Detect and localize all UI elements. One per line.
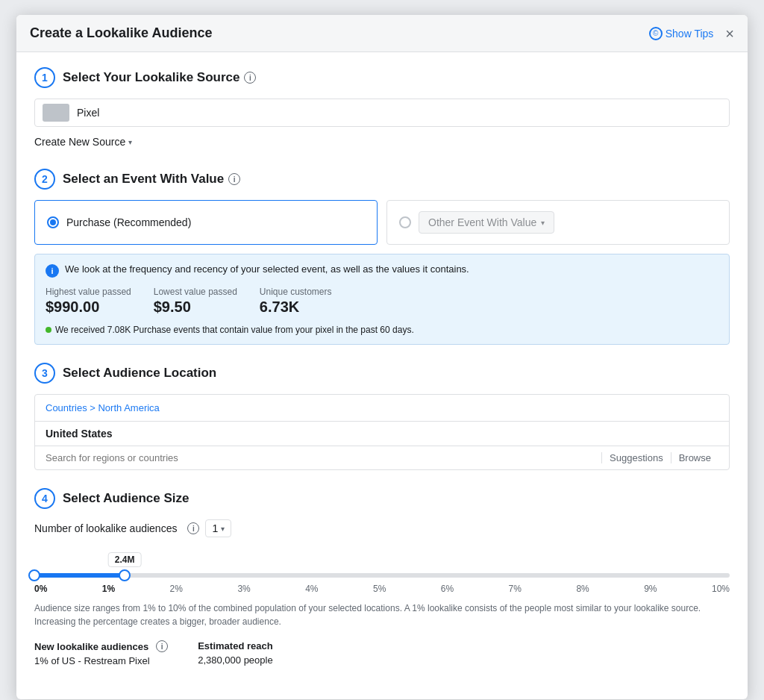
other-event-radio	[399, 216, 411, 228]
slider-label-1: 1%	[102, 584, 115, 594]
section-2-header: 2 Select an Event With Value i	[34, 169, 730, 190]
section-2: 2 Select an Event With Value i Purchase …	[34, 169, 730, 345]
unique-customers-value: 6.73K	[260, 299, 332, 316]
section-1: 1 Select Your Lookalike Source i Pixel C…	[34, 67, 730, 151]
other-event-select[interactable]: Other Event With Value ▾	[419, 211, 554, 234]
purchase-note-text: We received 7.08K Purchase events that c…	[55, 325, 414, 335]
modal-title: Create a Lookalike Audience	[30, 25, 212, 41]
slider-label-2: 2%	[170, 584, 183, 594]
section-2-info-icon[interactable]: i	[228, 173, 240, 185]
other-event-card[interactable]: Other Event With Value ▾	[386, 200, 730, 245]
purchase-note: We received 7.08K Purchase events that c…	[46, 325, 718, 335]
slider-thumb-right[interactable]	[119, 569, 131, 581]
highest-value: $990.00	[46, 299, 131, 316]
slider-label-8: 8%	[576, 584, 589, 594]
num-audiences-info-icon[interactable]: i	[187, 522, 199, 534]
slider-bubble: 2.4M	[108, 552, 142, 567]
modal-body: 1 Select Your Lookalike Source i Pixel C…	[16, 52, 748, 699]
suggestions-button[interactable]: Suggestions	[601, 452, 671, 463]
slider-fill	[34, 573, 125, 578]
info-box-text: We look at the frequency and recency of …	[65, 263, 469, 275]
location-selected: United States	[35, 422, 729, 446]
location-breadcrumb: Countries > North America	[35, 395, 729, 422]
location-search-input[interactable]	[46, 452, 601, 463]
pixel-thumbnail	[43, 104, 69, 122]
info-circle-icon: i	[46, 264, 59, 278]
slider-labels: 0% 1% 2% 3% 4% 5% 6% 7% 8% 9% 10%	[34, 584, 730, 594]
info-box-header: i We look at the frequency and recency o…	[46, 263, 718, 278]
breadcrumb-countries[interactable]: Countries	[46, 402, 87, 413]
slider-track	[34, 573, 730, 578]
num-audiences-label: Number of lookalike audiences	[34, 522, 177, 534]
modal-header: Create a Lookalike Audience © Show Tips …	[16, 15, 748, 52]
new-lookalike-label: New lookalike audiences i	[34, 640, 168, 652]
num-audiences-caret-icon: ▾	[221, 525, 225, 533]
num-audiences-select[interactable]: 1 ▾	[205, 519, 231, 537]
location-actions: Suggestions Browse	[601, 452, 718, 463]
slider-label-9: 9%	[644, 584, 657, 594]
slider-label-5: 5%	[373, 584, 386, 594]
num-audiences-row: Number of lookalike audiences i 1 ▾	[34, 519, 730, 537]
show-tips-button[interactable]: © Show Tips	[649, 27, 714, 40]
location-box: Countries > North America United States …	[34, 394, 730, 470]
breadcrumb-north-america[interactable]: North America	[98, 402, 159, 413]
lowest-value-stat: Lowest value passed $9.50	[154, 287, 237, 316]
estimated-reach-label: Estimated reach	[198, 640, 272, 651]
browse-button[interactable]: Browse	[671, 452, 718, 463]
section-3: 3 Select Audience Location Countries > N…	[34, 363, 730, 470]
new-lookalike-info-icon[interactable]: i	[156, 640, 168, 652]
purchase-event-card[interactable]: Purchase (Recommended)	[34, 200, 378, 245]
section-4: 4 Select Audience Size Number of lookali…	[34, 488, 730, 666]
step-4-circle: 4	[34, 488, 55, 509]
other-event-label: Other Event With Value	[428, 216, 536, 228]
other-event-caret-icon: ▾	[541, 219, 545, 227]
section-4-title: Select Audience Size	[63, 491, 189, 506]
close-button[interactable]: ×	[725, 26, 734, 41]
create-new-source-arrow-icon: ▾	[128, 138, 132, 146]
show-tips-label: Show Tips	[666, 28, 714, 40]
green-dot-icon	[46, 327, 51, 333]
audience-size-slider-container: 2.4M 0% 1% 2% 3% 4% 5% 6% 7% 8% 9%	[34, 552, 730, 594]
slider-label-4: 4%	[305, 584, 318, 594]
slider-label-0: 0%	[34, 584, 47, 594]
slider-thumb-left[interactable]	[28, 569, 40, 581]
event-info-box: i We look at the frequency and recency o…	[34, 254, 730, 345]
purchase-event-label: Purchase (Recommended)	[66, 216, 191, 228]
tips-circle-icon: ©	[649, 27, 663, 40]
section-2-title: Select an Event With Value	[63, 172, 224, 187]
slider-label-3: 3%	[237, 584, 250, 594]
section-1-info-icon[interactable]: i	[244, 72, 256, 84]
new-lookalike-col: New lookalike audiences i 1% of US - Res…	[34, 640, 168, 666]
create-new-source-button[interactable]: Create New Source ▾	[34, 133, 730, 151]
slider-label-10: 10%	[712, 584, 730, 594]
stats-row: Highest value passed $990.00 Lowest valu…	[46, 287, 718, 316]
unique-customers-stat: Unique customers 6.73K	[260, 287, 332, 316]
source-input-row[interactable]: Pixel	[34, 99, 730, 127]
create-new-source-label: Create New Source	[34, 136, 125, 148]
section-4-header: 4 Select Audience Size	[34, 488, 730, 509]
purchase-radio	[47, 216, 59, 228]
breadcrumb-sep: >	[90, 402, 98, 413]
lowest-value-label: Lowest value passed	[154, 287, 237, 297]
step-1-circle: 1	[34, 67, 55, 88]
estimated-reach-value: 2,380,000 people	[198, 654, 272, 666]
pixel-label: Pixel	[77, 107, 99, 119]
estimated-reach-col: Estimated reach 2,380,000 people	[198, 640, 272, 666]
section-3-title: Select Audience Location	[63, 366, 216, 381]
create-lookalike-modal: Create a Lookalike Audience © Show Tips …	[16, 15, 748, 699]
step-2-circle: 2	[34, 169, 55, 190]
summary-row: New lookalike audiences i 1% of US - Res…	[34, 640, 730, 666]
slider-label-7: 7%	[509, 584, 522, 594]
unique-customers-label: Unique customers	[260, 287, 332, 297]
size-disclaimer: Audience size ranges from 1% to 10% of t…	[34, 601, 730, 628]
highest-value-stat: Highest value passed $990.00	[46, 287, 131, 316]
section-3-header: 3 Select Audience Location	[34, 363, 730, 384]
step-3-circle: 3	[34, 363, 55, 384]
highest-value-label: Highest value passed	[46, 287, 131, 297]
event-options: Purchase (Recommended) Other Event With …	[34, 200, 730, 245]
section-1-header: 1 Select Your Lookalike Source i	[34, 67, 730, 88]
location-search-row: Suggestions Browse	[35, 446, 729, 469]
section-1-title: Select Your Lookalike Source	[63, 70, 239, 85]
num-audiences-value: 1	[212, 522, 218, 534]
slider-label-6: 6%	[441, 584, 454, 594]
